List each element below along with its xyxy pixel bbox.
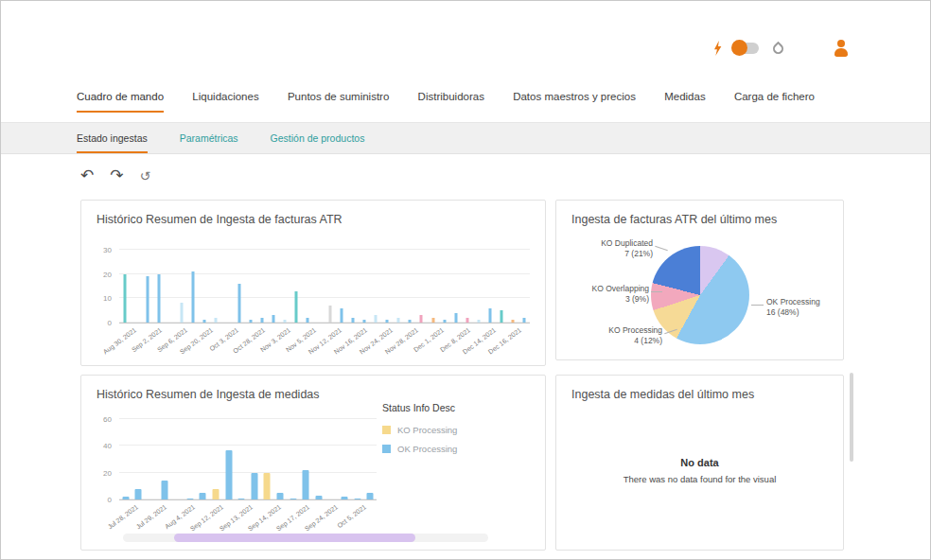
no-data-message: No data There was no data found for the … [556, 457, 843, 484]
bar[interactable] [386, 320, 389, 323]
y-axis-tick: 20 [103, 468, 112, 477]
plot-area: 0102030 [119, 250, 530, 324]
bar[interactable] [161, 481, 167, 499]
subnav-estado-ingestas[interactable]: Estado ingestas [77, 123, 148, 153]
bar[interactable] [147, 276, 149, 323]
bar[interactable] [443, 320, 446, 323]
tab-puntos-de-suministro[interactable]: Puntos de suministro [288, 91, 389, 113]
avatar-head [837, 40, 845, 47]
bar[interactable] [367, 493, 374, 499]
bar[interactable] [488, 308, 491, 323]
chart-title: Histórico Resumen de Ingesta de medidas [81, 376, 545, 401]
y-axis-tick: 60 [103, 415, 112, 424]
tab-carga-de-fichero[interactable]: Carga de fichero [734, 91, 815, 113]
bar[interactable] [294, 291, 297, 323]
bar[interactable] [352, 318, 355, 323]
bar[interactable] [192, 271, 195, 323]
tab-datos-maestros-y-precios[interactable]: Datos maestros y precios [513, 91, 636, 113]
bar[interactable] [500, 310, 502, 323]
user-avatar-icon[interactable] [832, 39, 851, 58]
facturas-bar-chart[interactable]: 0102030 Aug 30, 2021Sep 2, 2021Sep 6, 20… [119, 250, 530, 356]
subnav-gestion-de-productos[interactable]: Gestión de productos [271, 123, 365, 153]
legend-label: OK Processing [397, 444, 457, 454]
bar[interactable] [213, 489, 220, 499]
gridline [119, 445, 377, 446]
bar[interactable] [397, 318, 400, 323]
chart-scroll-thumb[interactable] [174, 534, 415, 542]
bar[interactable] [329, 306, 332, 323]
bar[interactable] [158, 274, 161, 323]
medidas-bar-chart[interactable]: 0204060 Jul 28, 2021Jul 29, 2021Aug 4, 2… [119, 419, 377, 533]
pie-callout-ko-processing: KO Processing 4 (12%) [581, 325, 662, 345]
bar[interactable] [251, 473, 257, 499]
bar[interactable] [341, 308, 343, 323]
reset-icon[interactable]: ↺ [140, 169, 151, 183]
y-axis-tick: 40 [103, 442, 112, 450]
pie-callout-ko-overlapping: KO Overlapping 3 (9%) [568, 284, 649, 304]
legend-label: KO Processing [397, 425, 457, 435]
avatar-body [834, 48, 848, 57]
bar[interactable] [249, 320, 252, 323]
bar[interactable] [454, 313, 457, 323]
tab-distribuidoras[interactable]: Distribuidoras [418, 91, 484, 113]
bar[interactable] [225, 450, 232, 499]
bar[interactable] [375, 315, 378, 323]
no-data-text: There was no data found for the visual [556, 474, 843, 484]
electricity-icon [712, 41, 723, 56]
chart-scroll-track[interactable] [123, 534, 488, 542]
bar[interactable] [203, 320, 206, 323]
bar[interactable] [135, 489, 142, 499]
bar[interactable] [466, 318, 468, 323]
bar[interactable] [303, 470, 309, 499]
bar[interactable] [431, 318, 434, 323]
facturas-pie-chart[interactable] [651, 246, 749, 344]
bar[interactable] [260, 318, 263, 323]
x-axis-label: Jul 28, 2021 [106, 503, 139, 531]
bar[interactable] [283, 320, 286, 323]
legend-item-ko-processing[interactable]: KO Processing [382, 425, 524, 435]
bar[interactable] [124, 274, 127, 323]
tab-medidas[interactable]: Medidas [664, 91, 705, 113]
bar[interactable] [277, 493, 284, 499]
bar[interactable] [522, 318, 525, 323]
subnav-parametricas[interactable]: Paramétricas [180, 123, 238, 153]
app-window: Cuadro de mando Liquidaciones Puntos de … [0, 0, 931, 560]
energy-type-toggle[interactable] [733, 43, 759, 54]
gas-icon [771, 41, 786, 56]
pie-callout-ok-processing: OK Processing 16 (48%) [766, 297, 842, 317]
card-medidas-nodata: Ingesta de medidas del último mes No dat… [555, 375, 844, 551]
redo-icon[interactable]: ↷ [110, 167, 123, 184]
bar[interactable] [477, 320, 480, 323]
toggle-knob[interactable] [731, 40, 747, 56]
tab-liquidaciones[interactable]: Liquidaciones [192, 91, 258, 113]
gridline [119, 249, 530, 250]
bar[interactable] [237, 284, 240, 323]
bar[interactable] [342, 497, 348, 499]
gridline [119, 472, 377, 473]
y-axis-tick: 30 [103, 246, 112, 254]
bar[interactable] [420, 315, 423, 323]
x-axis-label: Jul 29, 2021 [134, 503, 167, 531]
bar[interactable] [315, 496, 322, 499]
bar[interactable] [200, 493, 206, 499]
y-axis-tick: 0 [108, 319, 112, 327]
sub-nav: Estado ingestas Paramétricas Gestión de … [1, 122, 930, 154]
gridline [119, 499, 377, 499]
page-scrollbar[interactable] [850, 373, 853, 462]
bar[interactable] [215, 318, 218, 323]
tab-cuadro-de-mando[interactable]: Cuadro de mando [77, 91, 164, 113]
bar[interactable] [272, 315, 274, 323]
bar[interactable] [363, 320, 366, 323]
bar[interactable] [409, 320, 412, 323]
bar[interactable] [511, 320, 514, 323]
card-historico-medidas: Histórico Resumen de Ingesta de medidas … [80, 375, 546, 551]
legend-swatch [382, 426, 391, 434]
bar[interactable] [264, 473, 271, 499]
undo-icon[interactable]: ↶ [80, 167, 94, 184]
callout-line [751, 305, 764, 306]
legend-item-ok-processing[interactable]: OK Processing [382, 444, 524, 454]
bar[interactable] [122, 497, 129, 499]
bar[interactable] [306, 318, 308, 323]
x-axis-labels: Jul 28, 2021Jul 29, 2021Aug 4, 2021Sep 1… [119, 500, 377, 533]
bar[interactable] [181, 303, 184, 323]
